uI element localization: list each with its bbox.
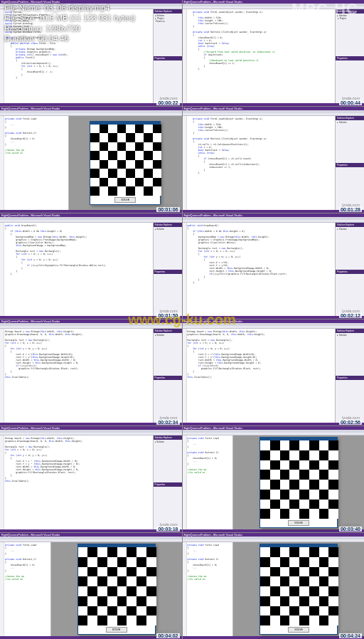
chess-square: [309, 460, 319, 470]
chess-square: [146, 576, 156, 586]
chess-square: ♛: [260, 509, 270, 519]
chess-square: [97, 596, 107, 606]
chess-square: [144, 169, 153, 178]
chess-square: [280, 480, 290, 490]
chess-square: [107, 547, 117, 557]
chess-square: [309, 450, 319, 460]
chess-window[interactable]: ♛♛♛ SOLVE: [90, 121, 161, 205]
chess-square: [144, 186, 153, 196]
solve-button[interactable]: SOLVE: [114, 197, 136, 203]
chess-square: [309, 509, 319, 519]
chess-square: [127, 616, 136, 625]
chess-square: [328, 490, 338, 500]
chess-square: ♛: [299, 509, 309, 519]
thumb-10: EightQueensProblem - Microsoft Visual St…: [183, 426, 365, 532]
chess-square: [289, 500, 299, 509]
chess-square: [153, 186, 162, 196]
chess-square: [280, 606, 290, 616]
chess-square: [117, 586, 127, 596]
chess-square: [270, 596, 280, 606]
chess-square: [78, 586, 88, 596]
chess-square: [90, 151, 100, 160]
chess-square: [319, 470, 329, 480]
chess-square: [78, 606, 88, 616]
chess-square: ♛: [299, 616, 309, 625]
chess-square: [78, 567, 88, 577]
chess-square: [289, 509, 299, 519]
chess-square: [319, 440, 329, 450]
solve-button[interactable]: SOLVE: [288, 520, 309, 526]
chess-square: [328, 470, 338, 480]
chess-square: [299, 586, 309, 596]
chess-square: [108, 133, 117, 142]
chess-window[interactable]: ♛♛♛ SOLVE: [77, 544, 156, 635]
chess-square: [289, 490, 299, 500]
chess-square: [328, 509, 338, 519]
chess-square: [260, 547, 270, 557]
chess-square: [87, 586, 97, 596]
chess-square: [97, 557, 107, 567]
chess-square: [280, 490, 290, 500]
chess-square: [328, 576, 338, 586]
chess-square: [289, 606, 299, 616]
queen-icon: ♛: [260, 616, 270, 625]
chess-square: [260, 480, 270, 490]
chess-square: [289, 470, 299, 480]
chess-square: [270, 606, 280, 616]
chess-square: [97, 576, 107, 586]
chess-square: [153, 142, 162, 152]
chess-square: [328, 440, 338, 450]
chess-square: [328, 606, 338, 616]
chess-square: [144, 133, 153, 142]
thumb-4: EightQueensProblem - Microsoft Visual St…: [183, 107, 365, 213]
chess-window[interactable]: ♛♛♛ SOLVE: [259, 544, 338, 635]
chess-square: [280, 440, 290, 450]
chess-square: [108, 125, 117, 134]
chess-square: [100, 125, 109, 134]
chess-square: [280, 450, 290, 460]
chess-square: [87, 557, 97, 567]
solve-button[interactable]: SOLVE: [106, 627, 127, 633]
chess-square: [260, 596, 270, 606]
chess-square: [108, 178, 117, 187]
chess-square: [117, 186, 127, 196]
solve-button[interactable]: SOLVE: [288, 627, 309, 633]
chess-square: [319, 460, 329, 470]
code-editor[interactable]: private void Form1_Load { ... } private …: [0, 116, 69, 210]
chess-square: [136, 557, 146, 567]
chess-square: [260, 557, 270, 567]
chess-window[interactable]: ♛♛♛ SOLVE: [259, 437, 338, 528]
chess-square: [328, 480, 338, 490]
chess-square: [117, 142, 127, 152]
chess-square: [87, 616, 97, 625]
chess-square: [289, 567, 299, 577]
queen-icon: ♛: [126, 186, 135, 196]
chess-square: [328, 450, 338, 460]
chess-square: [299, 490, 309, 500]
chess-square: [90, 142, 100, 152]
chess-square: [107, 567, 117, 577]
chess-square: ♛: [108, 186, 117, 196]
chess-square: [126, 151, 135, 160]
chess-square: [144, 151, 153, 160]
chess-square: [309, 567, 319, 577]
chess-square: [136, 596, 146, 606]
chess-square: ♛: [78, 616, 88, 625]
chess-square: [117, 151, 127, 160]
chess-square: [100, 133, 109, 142]
chess-square: ♛: [126, 186, 135, 196]
chess-square: [319, 557, 329, 567]
chess-square: [127, 547, 136, 557]
chess-square: [289, 596, 299, 606]
solution-explorer[interactable]: Solution Explorer ▸ Solution ▸ Project F…: [154, 9, 182, 103]
chess-square: [117, 557, 127, 567]
code-editor[interactable]: private void Form1_Load(object sender, E…: [183, 9, 336, 103]
chess-square: [135, 151, 144, 160]
chess-square: [90, 160, 100, 169]
chess-square: [117, 178, 127, 187]
chess-square: [107, 596, 117, 606]
chess-square: [146, 567, 156, 577]
timestamp: 00:00:22: [156, 100, 179, 105]
chess-square: [126, 169, 135, 178]
chess-square: [319, 596, 329, 606]
